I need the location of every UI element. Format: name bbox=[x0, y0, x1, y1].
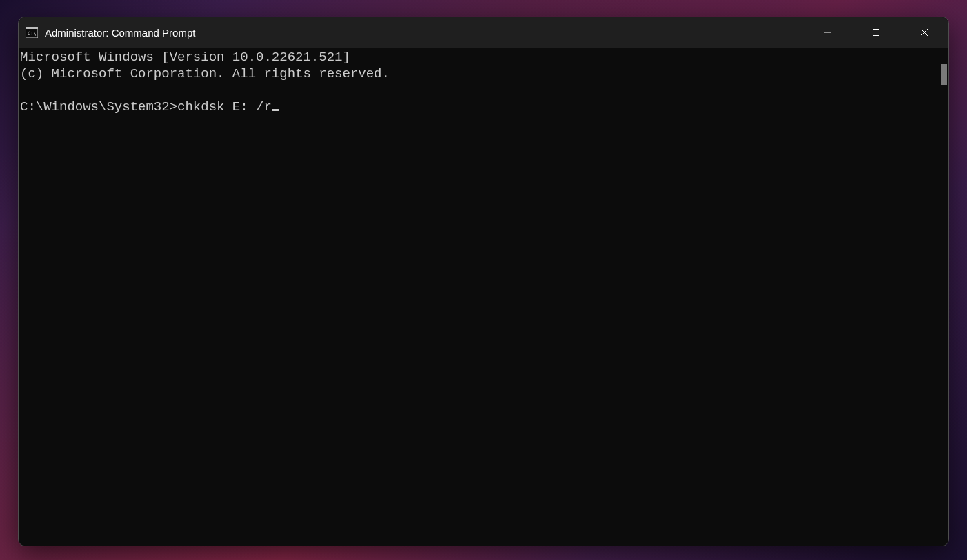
terminal-header-line-1: Microsoft Windows [Version 10.0.22621.52… bbox=[20, 50, 350, 65]
close-icon bbox=[920, 28, 928, 37]
terminal-command-input[interactable]: chkdsk E: /r bbox=[177, 99, 272, 114]
titlebar[interactable]: C:\ Administrator: Command Prompt bbox=[19, 17, 948, 48]
window-controls bbox=[804, 17, 948, 48]
vertical-scrollbar-thumb[interactable] bbox=[941, 64, 947, 85]
command-prompt-window: C:\ Administrator: Command Prompt bbox=[18, 17, 949, 546]
terminal-content: Microsoft Windows [Version 10.0.22621.52… bbox=[20, 49, 948, 115]
titlebar-left: C:\ Administrator: Command Prompt bbox=[19, 27, 804, 39]
terminal-prompt: C:\Windows\System32> bbox=[20, 99, 177, 114]
minimize-icon bbox=[824, 28, 832, 37]
minimize-button[interactable] bbox=[804, 17, 852, 48]
close-button[interactable] bbox=[900, 17, 948, 48]
terminal-area[interactable]: Microsoft Windows [Version 10.0.22621.52… bbox=[19, 48, 948, 546]
command-prompt-icon: C:\ bbox=[26, 27, 38, 38]
window-title: Administrator: Command Prompt bbox=[45, 27, 195, 39]
terminal-header-line-2: (c) Microsoft Corporation. All rights re… bbox=[20, 66, 390, 81]
maximize-icon bbox=[872, 28, 880, 37]
svg-rect-1 bbox=[26, 27, 38, 29]
svg-rect-4 bbox=[873, 30, 879, 36]
maximize-button[interactable] bbox=[852, 17, 900, 48]
svg-text:C:\: C:\ bbox=[28, 31, 37, 37]
text-cursor bbox=[272, 109, 279, 111]
